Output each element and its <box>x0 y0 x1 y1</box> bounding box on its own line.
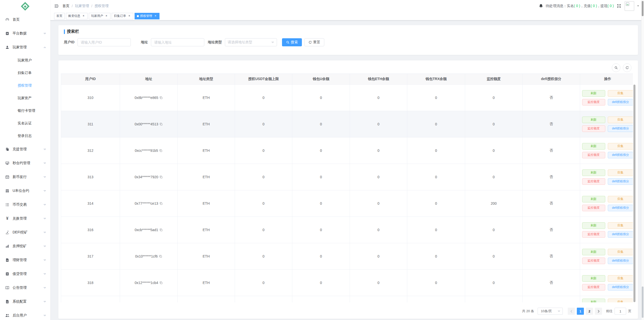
action-button-刷新[interactable]: 刷新 <box>582 249 605 255</box>
action-button-监控额度[interactable]: 监控额度 <box>582 284 605 291</box>
content-scrollbar-thumb[interactable] <box>642 287 643 318</box>
action-button-监控额度[interactable]: 监控额度 <box>582 205 605 211</box>
action-button-归集[interactable]: 归集 <box>608 143 633 150</box>
sidebar-item-首页[interactable]: 首页 <box>0 13 50 26</box>
sidebar-item-DEFI挖矿[interactable]: DEFI挖矿 <box>0 225 50 239</box>
action-button-defi授权假分[interactable]: defi授权假分 <box>608 231 633 238</box>
copy-icon[interactable] <box>159 228 163 232</box>
sidebar-toggle-button[interactable] <box>50 0 62 12</box>
sidebar-subitem-玩家用户[interactable]: 玩家用户 <box>0 54 50 67</box>
action-button-归集[interactable]: 归集 <box>608 275 633 282</box>
app-logo[interactable] <box>0 0 50 13</box>
sidebar-item-公告管理[interactable]: 公告管理 <box>0 281 50 295</box>
sidebar-item-理财管理[interactable]: 理财管理 <box>0 253 50 267</box>
action-button-defi授权假分[interactable]: defi授权假分 <box>608 178 633 185</box>
sidebar-subitem-实名认证[interactable]: 实名认证 <box>0 117 50 130</box>
search-button[interactable]: 搜索 <box>282 38 302 46</box>
tab-归集订单[interactable]: 归集订单× <box>112 13 133 19</box>
sidebar-item-借贷管理[interactable]: 借贷管理 <box>0 267 50 281</box>
action-button-归集[interactable]: 归集 <box>608 299 633 302</box>
sidebar-item-后台用户[interactable]: 后台用户 <box>0 308 50 320</box>
tab-玩家用户[interactable]: 玩家用户× <box>89 13 110 19</box>
action-button-监控额度[interactable]: 监控额度 <box>582 178 605 185</box>
action-button-监控额度[interactable]: 监控额度 <box>582 152 605 158</box>
sidebar-subitem-授权管理[interactable]: 授权管理 <box>0 79 50 92</box>
avatar[interactable] <box>625 1 634 11</box>
action-button-归集[interactable]: 归集 <box>608 196 633 202</box>
pending-count-实名[interactable]: ( 0 ) <box>574 4 580 8</box>
sidebar-item-平台数据[interactable]: 平台数据 <box>0 26 50 40</box>
sidebar-subitem-玩家资产[interactable]: 玩家资产 <box>0 92 50 104</box>
page-button-2[interactable]: 2 <box>586 308 593 315</box>
pending-count-充值[interactable]: ( 0 ) <box>591 4 597 8</box>
user-menu-caret-icon[interactable] <box>637 5 639 7</box>
action-button-defi授权假分[interactable]: defi授权假分 <box>608 205 633 211</box>
userid-input[interactable] <box>77 38 131 46</box>
table-refresh-button[interactable] <box>623 63 631 72</box>
reset-button[interactable]: 重置 <box>304 38 324 46</box>
sidebar-item-U本位合约[interactable]: U本位合约 <box>0 184 50 198</box>
fullscreen-icon[interactable] <box>617 4 621 8</box>
action-button-defi授权假分[interactable]: defi授权假分 <box>608 284 633 291</box>
action-button-刷新[interactable]: 刷新 <box>582 275 605 282</box>
action-button-defi授权假分[interactable]: defi授权假分 <box>608 258 633 264</box>
copy-icon[interactable] <box>159 202 163 205</box>
sidebar-subitem-归集订单[interactable]: 归集订单 <box>0 67 50 79</box>
tab-账变信息[interactable]: 账变信息× <box>66 13 88 19</box>
copy-icon[interactable] <box>159 281 163 285</box>
sidebar-item-秒合约管理[interactable]: 秒合约管理 <box>0 156 50 170</box>
action-button-刷新[interactable]: 刷新 <box>582 117 605 123</box>
action-button-刷新[interactable]: 刷新 <box>582 90 605 97</box>
scrollbar-thumb[interactable] <box>642 1 643 16</box>
address-type-select[interactable]: 请选择地址类型 <box>225 38 277 46</box>
tab-授权管理[interactable]: 授权管理× <box>135 13 159 19</box>
next-page-button[interactable] <box>595 308 602 315</box>
action-button-刷新[interactable]: 刷新 <box>582 143 605 150</box>
tab-close-icon[interactable]: × <box>154 14 157 18</box>
sidebar-item-兑换管理[interactable]: ¥兑换管理 <box>0 211 50 225</box>
sidebar-item-新币发行[interactable]: 新币发行 <box>0 170 50 184</box>
action-button-刷新[interactable]: 刷新 <box>582 196 605 202</box>
sidebar-item-充提管理[interactable]: 充提管理 <box>0 142 50 156</box>
action-button-defi授权假分[interactable]: defi授权假分 <box>608 152 633 158</box>
action-button-刷新[interactable]: 刷新 <box>582 222 605 229</box>
action-button-监控额度[interactable]: 监控额度 <box>582 258 605 264</box>
action-button-归集[interactable]: 归集 <box>608 90 633 97</box>
copy-icon[interactable] <box>159 255 162 258</box>
sidebar-item-币币交易[interactable]: 币币交易 <box>0 198 50 211</box>
action-button-刷新[interactable]: 刷新 <box>582 299 605 302</box>
action-button-监控额度[interactable]: 监控额度 <box>582 99 605 105</box>
sidebar-item-系统配置[interactable]: 系统配置 <box>0 295 50 308</box>
sidebar-item-质押挖矿[interactable]: 质押挖矿 <box>0 239 50 253</box>
action-button-归集[interactable]: 归集 <box>608 117 633 123</box>
action-button-归集[interactable]: 归集 <box>608 249 633 255</box>
tab-close-icon[interactable]: × <box>128 14 131 18</box>
action-button-defi授权假分[interactable]: defi授权假分 <box>608 99 633 105</box>
action-button-归集[interactable]: 归集 <box>608 169 633 176</box>
sidebar-subitem-银行卡管理[interactable]: 银行卡管理 <box>0 104 50 117</box>
page-size-select[interactable]: 10条/页 <box>538 308 563 315</box>
action-button-刷新[interactable]: 刷新 <box>582 169 605 176</box>
sidebar-subitem-登录日志[interactable]: 登录日志 <box>0 130 50 142</box>
table-search-button[interactable] <box>612 63 620 72</box>
action-button-监控额度[interactable]: 监控额度 <box>582 125 605 132</box>
breadcrumb-home[interactable]: 首页 <box>62 4 69 8</box>
action-button-监控额度[interactable]: 监控额度 <box>582 231 605 238</box>
action-button-归集[interactable]: 归集 <box>608 222 633 229</box>
bell-icon[interactable] <box>539 4 543 8</box>
goto-page-input[interactable] <box>615 308 626 315</box>
copy-icon[interactable] <box>159 123 163 126</box>
action-button-defi授权假分[interactable]: defi授权假分 <box>608 125 633 132</box>
prev-page-button[interactable] <box>568 308 575 315</box>
tab-close-icon[interactable]: × <box>105 14 108 18</box>
copy-icon[interactable] <box>159 175 163 179</box>
pending-count-提现[interactable]: ( 0 ) <box>608 4 614 8</box>
copy-icon[interactable] <box>159 96 163 99</box>
page-button-1[interactable]: 1 <box>577 308 584 315</box>
address-input[interactable] <box>151 38 204 46</box>
copy-icon[interactable] <box>159 149 163 152</box>
sidebar-item-玩家管理[interactable]: 玩家管理 <box>0 40 50 54</box>
tab-close-icon[interactable]: × <box>82 14 85 18</box>
tab-首页[interactable]: 首页 <box>54 13 65 19</box>
page-scrollbar[interactable] <box>641 0 644 320</box>
